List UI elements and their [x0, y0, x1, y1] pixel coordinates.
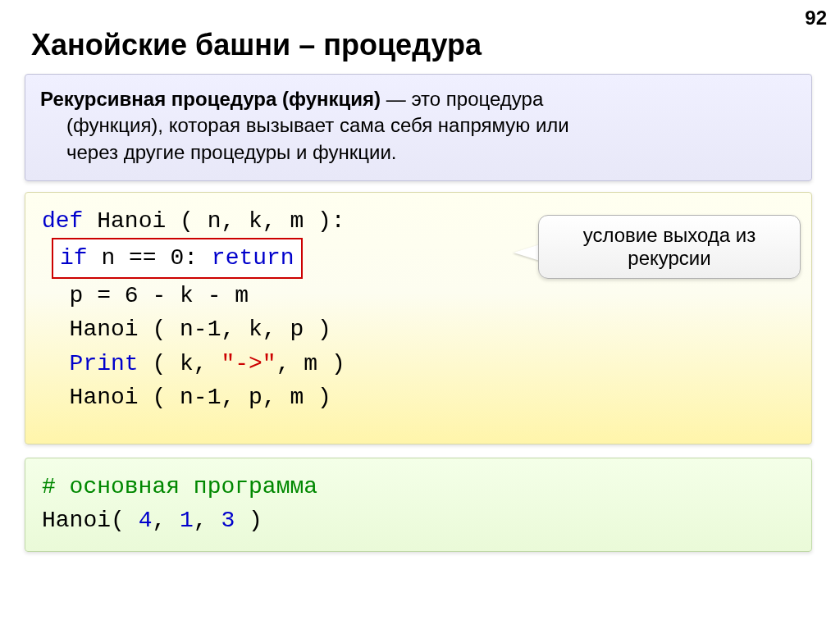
keyword-def: def [42, 208, 83, 234]
page-number: 92 [805, 7, 827, 30]
main-close: ) [235, 508, 262, 533]
code-if-cond: n == 0: [88, 245, 212, 271]
keyword-return: return [212, 245, 294, 271]
main-arg-1: 4 [139, 508, 153, 533]
code-line-call1: Hanoi ( n-1, k, p ) [42, 312, 795, 346]
definition-term: Рекурсивная процедура (функция) [40, 88, 381, 110]
code-def-rest: Hanoi ( n, k, m ): [83, 208, 345, 234]
definition-body-2: (функция), которая вызывает сама себя на… [40, 112, 797, 139]
main-arg-3: 3 [221, 508, 235, 533]
definition-box: Рекурсивная процедура (функция) — это пр… [25, 74, 812, 181]
definition-body-1: это процедура [411, 88, 543, 110]
code-print-str: "->" [221, 351, 276, 376]
code-block-main: # основная программа Hanoi( 4, 1, 3 ) [25, 458, 812, 552]
recursion-exit-highlight: if n == 0: return [52, 238, 303, 278]
main-arg-2: 1 [180, 508, 194, 533]
slide-title: Ханойские башни – процедура [31, 28, 482, 62]
code-line-p: p = 6 - k - m [42, 279, 795, 312]
keyword-print: Print [70, 351, 139, 376]
main-sep-2: , [194, 508, 221, 533]
code-line-call2: Hanoi ( n-1, p, m ) [42, 381, 795, 414]
definition-dash: — [381, 88, 411, 110]
definition-body-3: через другие процедуры и функции. [40, 139, 797, 166]
main-call-name: Hanoi( [42, 508, 139, 533]
code-print-post: , m ) [276, 351, 345, 376]
code-comment: # основная программа [42, 470, 795, 504]
callout-exit-condition: условие выхода из рекурсии [538, 215, 801, 279]
code-print-pre: ( k, [139, 351, 221, 376]
callout-tail-icon [514, 244, 540, 261]
keyword-if: if [60, 245, 88, 271]
main-sep-1: , [152, 508, 180, 533]
